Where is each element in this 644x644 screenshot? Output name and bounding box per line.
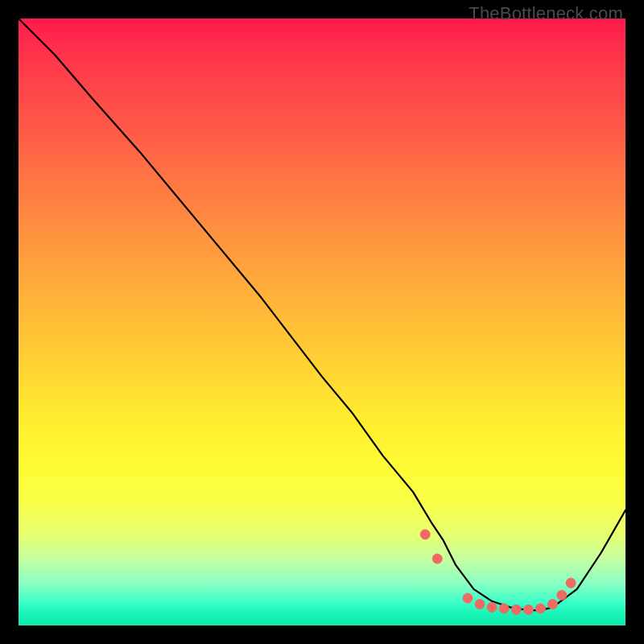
data-marker — [523, 605, 533, 614]
plot-area — [19, 19, 625, 625]
data-marker — [548, 600, 558, 609]
data-marker — [499, 604, 509, 613]
watermark-text: TheBottleneck.com — [469, 3, 623, 24]
data-marker — [535, 604, 545, 613]
data-marker — [463, 593, 473, 603]
data-marker — [566, 578, 576, 588]
chart-frame: TheBottleneck.com — [0, 0, 644, 644]
bottleneck-curve — [19, 19, 625, 610]
data-marker — [420, 530, 430, 539]
data-marker — [432, 554, 442, 564]
data-marker — [557, 590, 567, 600]
data-marker — [475, 600, 485, 609]
chart-svg — [19, 19, 625, 625]
data-marker — [511, 605, 521, 614]
data-marker — [487, 602, 497, 612]
